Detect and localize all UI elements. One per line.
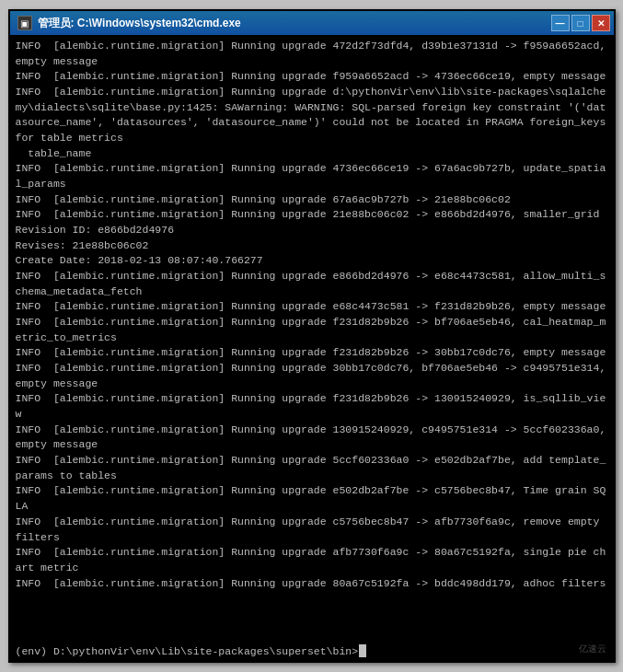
cmd-window: ▣ 管理员: C:\Windows\system32\cmd.exe — □ ✕…: [8, 9, 616, 663]
console-line: INFO [alembic.runtime.migration] Running…: [16, 391, 608, 422]
console-line: table_name: [16, 146, 608, 162]
maximize-button[interactable]: □: [571, 15, 590, 31]
console-line: INFO [alembic.runtime.migration] Running…: [16, 299, 608, 315]
cursor: [359, 644, 366, 657]
console-line: INFO [alembic.runtime.migration] Running…: [16, 69, 608, 85]
console-line: INFO [alembic.runtime.migration] Running…: [16, 453, 608, 483]
console-line: INFO [alembic.runtime.migration] Running…: [16, 361, 608, 391]
window-controls: — □ ✕: [551, 15, 610, 31]
console-line: INFO [alembic.runtime.migration] Running…: [16, 269, 608, 299]
console-line: INFO [alembic.runtime.migration] Running…: [16, 515, 608, 545]
close-button[interactable]: ✕: [592, 15, 610, 31]
console-body: INFO [alembic.runtime.migration] Running…: [10, 35, 614, 661]
watermark: 亿速云: [579, 643, 606, 655]
title-bar: ▣ 管理员: C:\Windows\system32\cmd.exe — □ ✕: [10, 11, 614, 35]
console-line: INFO [alembic.runtime.migration] Running…: [16, 207, 608, 223]
console-line: INFO [alembic.runtime.migration] Running…: [16, 345, 608, 361]
console-line: INFO [alembic.runtime.migration] Running…: [16, 576, 608, 592]
console-line: INFO [alembic.runtime.migration] Running…: [16, 315, 608, 345]
console-line: Revision ID: e866bd2d4976: [16, 223, 608, 238]
window-icon: ▣: [17, 16, 32, 30]
minimize-button[interactable]: —: [551, 15, 570, 31]
console-line: INFO [alembic.runtime.migration] Running…: [16, 39, 608, 69]
console-line: INFO [alembic.runtime.migration] Running…: [16, 85, 608, 146]
window-title: 管理员: C:\Windows\system32\cmd.exe: [38, 16, 241, 31]
console-line: INFO [alembic.runtime.migration] Running…: [16, 423, 608, 453]
console-line: INFO [alembic.runtime.migration] Running…: [16, 545, 608, 575]
prompt-text: (env) D:\pythonVir\env\Lib\site-packages…: [16, 645, 359, 657]
console-line: INFO [alembic.runtime.migration] Running…: [16, 161, 608, 191]
prompt-line: (env) D:\pythonVir\env\Lib\site-packages…: [10, 643, 614, 661]
console-line: INFO [alembic.runtime.migration] Running…: [16, 483, 608, 514]
console-line: Revises: 21e88bc06c02: [16, 238, 608, 254]
console-output[interactable]: INFO [alembic.runtime.migration] Running…: [10, 35, 614, 643]
console-line: Create Date: 2018-02-13 08:07:40.766277: [16, 253, 608, 269]
title-bar-left: ▣ 管理员: C:\Windows\system32\cmd.exe: [17, 16, 241, 31]
console-line: INFO [alembic.runtime.migration] Running…: [16, 192, 608, 208]
